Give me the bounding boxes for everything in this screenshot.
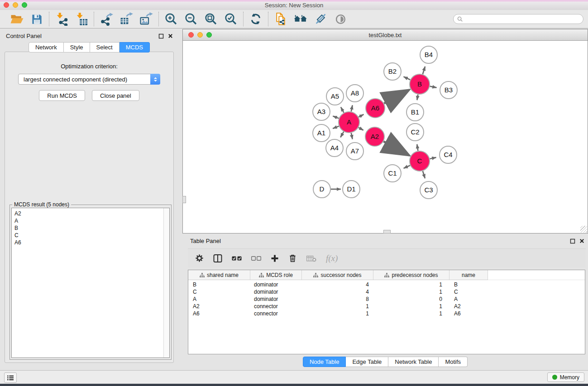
tab-style[interactable]: Style — [64, 42, 90, 52]
graph-node-A6[interactable]: A6 — [366, 99, 385, 118]
tab-edge-table[interactable]: Edge Table — [346, 357, 388, 367]
graph-edge-B-B2[interactable] — [404, 76, 411, 80]
new-network-session-icon[interactable] — [273, 12, 288, 26]
network-canvas[interactable]: AA1A3A4A5A7A8A6A2BB1B2B3B4CC1C2C3C4DD1 — [183, 41, 588, 233]
table-cell[interactable]: A — [188, 296, 250, 302]
mcds-result-item[interactable]: A6 — [14, 239, 167, 246]
minimize-network-button[interactable] — [197, 32, 203, 38]
column-header-mcds-role[interactable]: MCDS role — [250, 270, 302, 280]
graph-edge-B-B1[interactable] — [417, 95, 418, 100]
table-cell[interactable]: A6 — [449, 310, 488, 317]
table-cell[interactable]: A2 — [188, 303, 250, 310]
graph-node-B2[interactable]: B2 — [384, 63, 401, 80]
graph-edge-A-A8[interactable] — [351, 105, 353, 112]
graph-edge-A6-B[interactable] — [384, 90, 409, 103]
table-row[interactable]: Bdominator41B — [188, 281, 585, 288]
tab-mcds[interactable]: MCDS — [120, 42, 150, 52]
graph-edge-A-A1[interactable] — [333, 126, 339, 129]
graph-edge-C-C4[interactable] — [430, 157, 436, 159]
table-cell[interactable]: B — [188, 281, 250, 288]
divider-handle-bottom[interactable] — [383, 230, 391, 234]
graph-edge-C-C3[interactable] — [423, 171, 425, 178]
graph-node-C3[interactable]: C3 — [420, 181, 437, 199]
tab-select[interactable]: Select — [90, 42, 120, 52]
zoom-out-icon[interactable] — [184, 12, 198, 26]
table-cell[interactable]: dominator — [250, 296, 302, 302]
table-cell[interactable]: C — [449, 289, 488, 295]
memory-button[interactable]: Memory — [547, 372, 584, 382]
table-cell[interactable]: A6 — [188, 310, 250, 317]
zoom-fit-icon[interactable] — [204, 12, 218, 26]
close-network-button[interactable] — [188, 32, 194, 38]
graph-node-A3[interactable]: A3 — [313, 103, 330, 120]
close-window-button[interactable] — [4, 2, 9, 8]
graph-edge-B-B3[interactable] — [430, 86, 437, 88]
table-cell[interactable]: 4 — [302, 281, 373, 288]
graph-edge-A-A7[interactable] — [351, 133, 353, 139]
float-table-panel-icon[interactable] — [569, 238, 575, 244]
table-cell[interactable]: dominator — [250, 281, 302, 288]
graph-node-A4[interactable]: A4 — [326, 139, 343, 157]
table-row[interactable]: A6connector11A6 — [188, 310, 585, 317]
table-cell[interactable]: 1 — [373, 303, 449, 310]
zoom-window-button[interactable] — [22, 2, 27, 8]
graph-node-C4[interactable]: C4 — [440, 146, 457, 163]
graph-node-B[interactable]: B — [410, 74, 430, 94]
graph-edge-A-A2[interactable] — [359, 128, 363, 130]
table-row[interactable]: Adominator80A — [188, 295, 585, 303]
tab-network[interactable]: Network — [29, 42, 64, 52]
graph-edge-C-C2[interactable] — [417, 144, 418, 151]
run-mcds-button[interactable]: Run MCDS — [39, 90, 85, 101]
graph-node-D[interactable]: D — [313, 181, 330, 198]
column-header-shared-name[interactable]: shared name — [188, 270, 250, 280]
graph-node-B4[interactable]: B4 — [420, 46, 437, 63]
zoom-in-icon[interactable] — [164, 12, 178, 26]
close-table-panel-icon[interactable] — [579, 238, 585, 244]
graph-edge-A-A3[interactable] — [333, 116, 339, 119]
graph-edge-A-A4[interactable] — [340, 132, 344, 138]
delete-column-icon[interactable] — [288, 254, 297, 262]
mcds-result-item[interactable]: A — [14, 217, 167, 224]
table-cell[interactable]: A — [449, 296, 488, 302]
select-all-icon[interactable] — [232, 256, 242, 261]
minimize-window-button[interactable] — [13, 2, 18, 8]
graph-edge-C-C1[interactable] — [404, 165, 410, 168]
graph-node-A2[interactable]: A2 — [365, 127, 384, 146]
table-cell[interactable]: 1 — [302, 303, 373, 310]
table-cell[interactable]: 1 — [373, 289, 449, 295]
home-icon[interactable] — [293, 12, 308, 26]
network-window-titlebar[interactable]: testGlobe.txt — [183, 29, 588, 41]
graph-node-A1[interactable]: A1 — [313, 124, 330, 142]
mcds-result-item[interactable]: C — [14, 232, 167, 239]
graph-node-B1[interactable]: B1 — [406, 104, 424, 121]
table-cell[interactable]: 1 — [373, 310, 449, 317]
graph-node-A7[interactable]: A7 — [346, 143, 363, 160]
graph-edge-B-B4[interactable] — [423, 67, 425, 74]
close-panel-icon[interactable] — [167, 33, 173, 39]
toggle-visibility-icon[interactable] — [333, 12, 348, 26]
column-header-predecessor-nodes[interactable]: predecessor nodes — [373, 270, 449, 280]
graph-node-A8[interactable]: A8 — [346, 85, 363, 102]
search-field[interactable] — [453, 14, 583, 24]
table-cell[interactable]: 1 — [373, 281, 449, 288]
save-session-icon[interactable] — [29, 12, 44, 26]
import-network-icon[interactable] — [54, 12, 69, 26]
tab-motifs[interactable]: Motifs — [439, 357, 468, 367]
table-cell[interactable]: B — [449, 281, 488, 288]
result-list-scrollbar[interactable] — [163, 208, 169, 357]
table-cell[interactable]: 1 — [302, 310, 373, 317]
add-column-icon[interactable] — [271, 254, 279, 262]
refresh-view-icon[interactable] — [249, 12, 263, 26]
divider-handle-left[interactable] — [182, 196, 186, 203]
graph-edge-A2-C[interactable] — [383, 142, 409, 156]
column-header-successor-nodes[interactable]: successor nodes — [302, 270, 373, 280]
table-cell[interactable]: dominator — [250, 289, 302, 295]
gear-icon[interactable] — [195, 254, 204, 262]
graph-node-C1[interactable]: C1 — [384, 165, 401, 182]
table-cell[interactable]: C — [188, 289, 250, 295]
export-table-icon[interactable] — [119, 12, 134, 26]
export-network-icon[interactable] — [99, 12, 114, 26]
table-row[interactable]: A2connector11A2 — [188, 303, 585, 310]
table-cell[interactable]: connector — [250, 303, 302, 310]
hide-annotations-icon[interactable] — [313, 12, 328, 26]
